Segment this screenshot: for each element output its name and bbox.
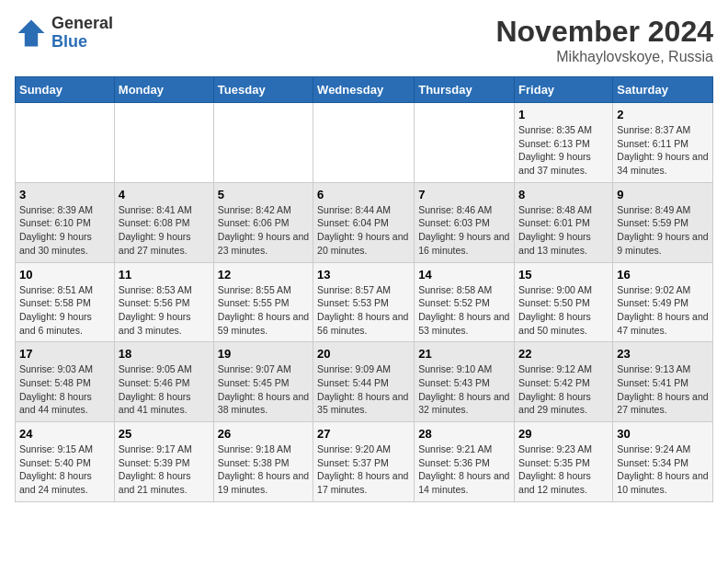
day-info: Sunrise: 8:42 AM Sunset: 6:06 PM Dayligh…: [218, 203, 309, 258]
calendar-cell: 30Sunrise: 9:24 AM Sunset: 5:34 PM Dayli…: [613, 422, 713, 502]
day-info: Sunrise: 8:46 AM Sunset: 6:03 PM Dayligh…: [418, 203, 510, 258]
day-number: 14: [418, 268, 510, 282]
calendar-cell: 8Sunrise: 8:48 AM Sunset: 6:01 PM Daylig…: [515, 182, 613, 262]
day-info: Sunrise: 9:15 AM Sunset: 5:40 PM Dayligh…: [19, 442, 110, 497]
month-title: November 2024: [495, 15, 713, 49]
day-info: Sunrise: 9:21 AM Sunset: 5:36 PM Dayligh…: [418, 442, 510, 497]
calendar-cell: 24Sunrise: 9:15 AM Sunset: 5:40 PM Dayli…: [16, 422, 115, 502]
day-number: 7: [418, 188, 510, 201]
day-number: 28: [418, 427, 510, 441]
calendar-cell: 2Sunrise: 8:37 AM Sunset: 6:11 PM Daylig…: [613, 103, 713, 183]
day-number: 26: [218, 427, 309, 441]
logo-blue: Blue: [51, 33, 113, 52]
day-info: Sunrise: 9:10 AM Sunset: 5:43 PM Dayligh…: [418, 362, 510, 417]
day-number: 8: [518, 188, 609, 201]
day-info: Sunrise: 8:37 AM Sunset: 6:11 PM Dayligh…: [617, 123, 709, 178]
calendar-week-5: 24Sunrise: 9:15 AM Sunset: 5:40 PM Dayli…: [16, 422, 713, 502]
calendar-cell: 11Sunrise: 8:53 AM Sunset: 5:56 PM Dayli…: [114, 262, 213, 342]
day-number: 19: [218, 347, 309, 361]
calendar-cell: [16, 103, 115, 183]
day-number: 2: [617, 108, 709, 121]
calendar-cell: 5Sunrise: 8:42 AM Sunset: 6:06 PM Daylig…: [213, 182, 313, 262]
day-info: Sunrise: 8:57 AM Sunset: 5:53 PM Dayligh…: [317, 283, 410, 338]
day-number: 3: [19, 188, 110, 201]
day-number: 30: [617, 427, 709, 441]
day-number: 12: [218, 268, 309, 282]
calendar-cell: 23Sunrise: 9:13 AM Sunset: 5:41 PM Dayli…: [613, 342, 713, 422]
day-info: Sunrise: 8:58 AM Sunset: 5:52 PM Dayligh…: [418, 283, 510, 338]
calendar-cell: 18Sunrise: 9:05 AM Sunset: 5:46 PM Dayli…: [114, 342, 213, 422]
logo-text: General Blue: [51, 15, 113, 52]
day-info: Sunrise: 9:12 AM Sunset: 5:42 PM Dayligh…: [518, 362, 609, 417]
logo-general: General: [51, 15, 113, 33]
calendar-cell: 1Sunrise: 8:35 AM Sunset: 6:13 PM Daylig…: [515, 103, 613, 183]
calendar-cell: 13Sunrise: 8:57 AM Sunset: 5:53 PM Dayli…: [313, 262, 415, 342]
calendar-cell: 25Sunrise: 9:17 AM Sunset: 5:39 PM Dayli…: [114, 422, 213, 502]
calendar-cell: 16Sunrise: 9:02 AM Sunset: 5:49 PM Dayli…: [613, 262, 713, 342]
day-info: Sunrise: 9:05 AM Sunset: 5:46 PM Dayligh…: [119, 362, 210, 417]
header-thursday: Thursday: [415, 77, 515, 103]
header-saturday: Saturday: [613, 77, 713, 103]
calendar-cell: 28Sunrise: 9:21 AM Sunset: 5:36 PM Dayli…: [415, 422, 515, 502]
calendar-cell: [114, 103, 213, 183]
calendar-cell: 6Sunrise: 8:44 AM Sunset: 6:04 PM Daylig…: [313, 182, 415, 262]
calendar-cell: 9Sunrise: 8:49 AM Sunset: 5:59 PM Daylig…: [613, 182, 713, 262]
title-block: November 2024 Mikhaylovskoye, Russia: [495, 15, 713, 65]
day-info: Sunrise: 9:09 AM Sunset: 5:44 PM Dayligh…: [317, 362, 410, 417]
day-number: 1: [518, 108, 609, 121]
header-tuesday: Tuesday: [213, 77, 313, 103]
day-number: 17: [19, 347, 110, 361]
day-number: 13: [317, 268, 410, 282]
day-number: 23: [617, 347, 709, 361]
calendar-cell: 3Sunrise: 8:39 AM Sunset: 6:10 PM Daylig…: [16, 182, 115, 262]
day-info: Sunrise: 8:35 AM Sunset: 6:13 PM Dayligh…: [518, 123, 609, 178]
svg-marker-0: [18, 19, 45, 46]
calendar-cell: 19Sunrise: 9:07 AM Sunset: 5:45 PM Dayli…: [213, 342, 313, 422]
header-wednesday: Wednesday: [313, 77, 415, 103]
calendar-cell: 14Sunrise: 8:58 AM Sunset: 5:52 PM Dayli…: [415, 262, 515, 342]
day-number: 25: [119, 427, 210, 441]
day-number: 9: [617, 188, 709, 201]
logo: General Blue: [15, 15, 113, 52]
calendar-cell: 15Sunrise: 9:00 AM Sunset: 5:50 PM Dayli…: [515, 262, 613, 342]
day-info: Sunrise: 9:00 AM Sunset: 5:50 PM Dayligh…: [518, 283, 609, 338]
calendar-table: SundayMondayTuesdayWednesdayThursdayFrid…: [15, 76, 713, 502]
day-info: Sunrise: 8:48 AM Sunset: 6:01 PM Dayligh…: [518, 203, 609, 258]
day-number: 18: [119, 347, 210, 361]
day-number: 22: [518, 347, 609, 361]
calendar-cell: [213, 103, 313, 183]
calendar-cell: 10Sunrise: 8:51 AM Sunset: 5:58 PM Dayli…: [16, 262, 115, 342]
calendar-cell: 7Sunrise: 8:46 AM Sunset: 6:03 PM Daylig…: [415, 182, 515, 262]
calendar-week-3: 10Sunrise: 8:51 AM Sunset: 5:58 PM Dayli…: [16, 262, 713, 342]
day-number: 6: [317, 188, 410, 201]
day-number: 21: [418, 347, 510, 361]
day-number: 27: [317, 427, 410, 441]
day-info: Sunrise: 9:20 AM Sunset: 5:37 PM Dayligh…: [317, 442, 410, 497]
day-info: Sunrise: 9:02 AM Sunset: 5:49 PM Dayligh…: [617, 283, 709, 338]
day-number: 16: [617, 268, 709, 282]
page-header: General Blue November 2024 Mikhaylovskoy…: [15, 15, 713, 65]
day-info: Sunrise: 8:44 AM Sunset: 6:04 PM Dayligh…: [317, 203, 410, 258]
day-info: Sunrise: 9:24 AM Sunset: 5:34 PM Dayligh…: [617, 442, 709, 497]
day-info: Sunrise: 9:07 AM Sunset: 5:45 PM Dayligh…: [218, 362, 309, 417]
calendar-cell: 26Sunrise: 9:18 AM Sunset: 5:38 PM Dayli…: [213, 422, 313, 502]
calendar-cell: 29Sunrise: 9:23 AM Sunset: 5:35 PM Dayli…: [515, 422, 613, 502]
day-info: Sunrise: 8:55 AM Sunset: 5:55 PM Dayligh…: [218, 283, 309, 338]
calendar-week-4: 17Sunrise: 9:03 AM Sunset: 5:48 PM Dayli…: [16, 342, 713, 422]
header-sunday: Sunday: [16, 77, 115, 103]
calendar-cell: 4Sunrise: 8:41 AM Sunset: 6:08 PM Daylig…: [114, 182, 213, 262]
day-number: 20: [317, 347, 410, 361]
calendar-cell: 17Sunrise: 9:03 AM Sunset: 5:48 PM Dayli…: [16, 342, 115, 422]
day-number: 11: [119, 268, 210, 282]
calendar-cell: 22Sunrise: 9:12 AM Sunset: 5:42 PM Dayli…: [515, 342, 613, 422]
logo-icon: [15, 17, 48, 50]
header-monday: Monday: [114, 77, 213, 103]
calendar-header-row: SundayMondayTuesdayWednesdayThursdayFrid…: [16, 77, 713, 103]
calendar-cell: [313, 103, 415, 183]
header-friday: Friday: [515, 77, 613, 103]
day-info: Sunrise: 9:17 AM Sunset: 5:39 PM Dayligh…: [119, 442, 210, 497]
day-info: Sunrise: 8:39 AM Sunset: 6:10 PM Dayligh…: [19, 203, 110, 258]
day-number: 24: [19, 427, 110, 441]
calendar-cell: 27Sunrise: 9:20 AM Sunset: 5:37 PM Dayli…: [313, 422, 415, 502]
calendar-cell: [415, 103, 515, 183]
